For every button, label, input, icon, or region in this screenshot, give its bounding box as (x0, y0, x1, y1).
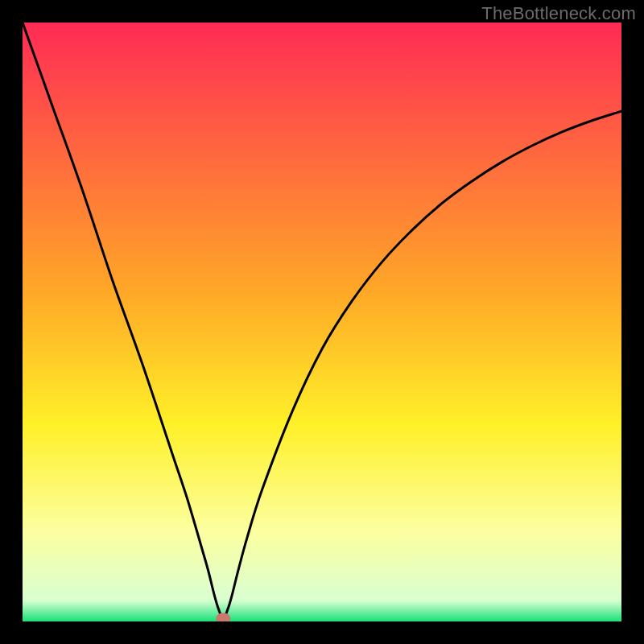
watermark-text: TheBottleneck.com (481, 3, 636, 24)
bottleneck-chart (23, 23, 621, 621)
gradient-background (23, 23, 621, 621)
plot-frame (23, 23, 621, 621)
